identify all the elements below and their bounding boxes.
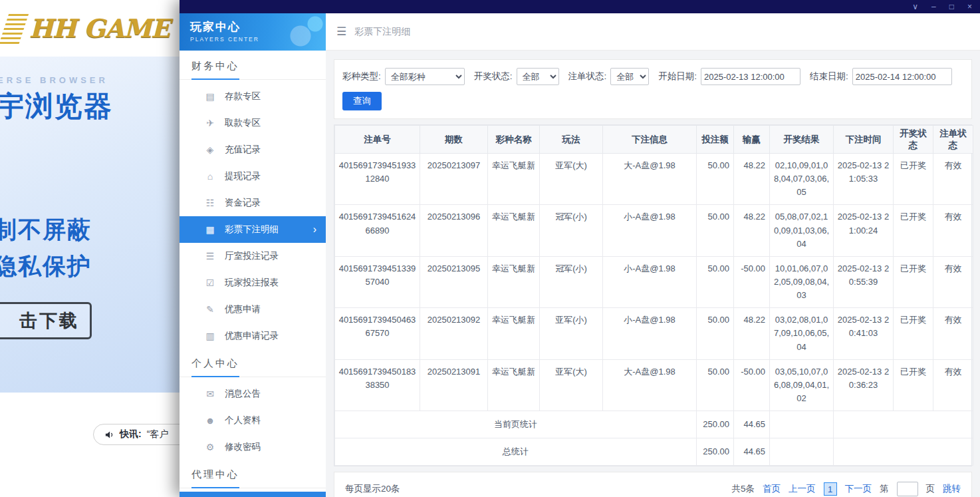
window-close-icon[interactable]: × [967, 3, 972, 11]
sidebar-item-label: 厅室投注记录 [225, 250, 279, 262]
sidebar-item[interactable]: ☷资金记录 [180, 190, 326, 216]
prev-page-link[interactable]: 上一页 [789, 483, 816, 495]
sidebar-item-label: 修改密码 [225, 441, 261, 453]
menu-icon[interactable]: ☰ [336, 25, 346, 39]
start-date-input[interactable] [701, 68, 800, 85]
lottery-type-select[interactable]: 全部彩种 [385, 68, 465, 85]
sidebar-item[interactable]: ☻个人资料 [180, 407, 326, 434]
main-panel: ☰ 彩票下注明细 彩种类型: 全部彩种 开奖状态: 全部 注单状态: [326, 13, 980, 497]
table-cell: 已开奖 [894, 154, 933, 205]
table-cell: 有效 [933, 308, 973, 359]
sidebar-item[interactable]: ▦彩票下注明细› [180, 216, 326, 243]
sidebar-item[interactable]: ⚙修改密码 [180, 434, 326, 460]
jump-page-input[interactable] [897, 482, 918, 496]
draw-status-select[interactable]: 全部 [517, 68, 559, 85]
column-header: 投注额 [697, 126, 734, 154]
filter-panel: 彩种类型: 全部彩种 开奖状态: 全部 注单状态: 全部 开始日期: [334, 59, 972, 119]
table-cell: 48.22 [734, 308, 770, 359]
page-size-text: 每页显示20条 [345, 483, 400, 495]
table-cell: 20250213095 [420, 256, 488, 307]
withdraw-record-icon: ⌂ [205, 171, 215, 182]
sidebar-item[interactable]: ✎优惠申请 [180, 296, 326, 323]
sidebar-nav: 财务中心▤存款专区✈取款专区◈充值记录⌂提现记录☷资金记录▦彩票下注明细›☰厅室… [180, 51, 326, 497]
table-cell: 50.00 [697, 256, 734, 307]
column-header: 注单号 [335, 126, 420, 154]
end-date-input[interactable] [852, 68, 952, 85]
summary-cell: 总统计 [335, 438, 697, 466]
table-cell: 2025-02-13 21:05:33 [834, 154, 894, 205]
window-maximize-icon[interactable]: □ [949, 3, 954, 11]
table-cell: 401569173945133957040 [335, 256, 420, 307]
sidebar-item[interactable]: ▤存款专区 [180, 83, 326, 110]
jump-suffix-label: 页 [926, 483, 935, 495]
table-cell: 有效 [933, 154, 973, 205]
sidebar: 玩家中心 PLAYERS CENTER 财务中心▤存款专区✈取款专区◈充值记录⌂… [180, 13, 326, 497]
first-page-link[interactable]: 首页 [763, 483, 781, 495]
table-header-row: 注单号期数彩种名称玩法下注信息投注额输赢开奖结果下注时间开奖状态注单状态 [335, 126, 973, 154]
summary-cell [834, 411, 973, 438]
order-status-select[interactable]: 全部 [610, 68, 649, 85]
sidebar-partial-item [180, 492, 326, 497]
screen: HH GAME ERSE BROWSER 宇浏览器 制不屏蔽 隐私保护 击下载 … [0, 0, 980, 497]
jump-button[interactable]: 跳转 [943, 483, 961, 495]
summary-row: 总统计250.0044.65 [335, 438, 973, 466]
table-row: 40156917394513395704020250213095幸运飞艇新冠军(… [335, 256, 973, 307]
table-cell: 20250213091 [420, 359, 488, 411]
deposit-icon: ▤ [205, 91, 215, 102]
sidebar-item[interactable]: ▥优惠申请记录 [180, 323, 326, 349]
sidebar-item[interactable]: ✉消息公告 [180, 381, 326, 407]
table-cell: 小-A盘@1.98 [603, 308, 697, 359]
table-cell: 20250213092 [420, 308, 488, 359]
table-cell: 401569173945162466890 [335, 205, 420, 256]
sidebar-item[interactable]: ☰厅室投注记录 [180, 243, 326, 269]
lottery-bets-icon: ▦ [205, 224, 215, 235]
table-cell: 幸运飞艇新 [488, 154, 540, 205]
column-header: 彩种名称 [488, 126, 540, 154]
sidebar-item-label: 提现记录 [225, 170, 261, 182]
news-text: “客户 [147, 428, 169, 440]
summary-cell: 250.00 [697, 411, 734, 438]
search-button[interactable]: 查询 [342, 92, 382, 110]
window-chevron-icon[interactable]: ∨ [912, 3, 918, 11]
current-page-button[interactable]: 1 [824, 482, 837, 496]
page-content: 彩种类型: 全部彩种 开奖状态: 全部 注单状态: 全部 开始日期: [326, 51, 980, 497]
total-count-text: 共5条 [731, 483, 755, 495]
sidebar-item-label: 优惠申请记录 [225, 330, 279, 342]
table-cell: 401569173945193312840 [335, 154, 420, 205]
table-cell: 亚军(小) [540, 308, 603, 359]
sidebar-item-label: 资金记录 [225, 197, 261, 209]
next-page-link[interactable]: 下一页 [845, 483, 872, 495]
sidebar-item-label: 取款专区 [225, 117, 261, 129]
table-cell: 有效 [933, 359, 973, 411]
window-titlebar: ∨ – □ × [180, 0, 980, 13]
sidebar-item-label: 玩家投注报表 [225, 277, 279, 289]
table-cell: -50.00 [734, 256, 770, 307]
table-cell: 50.00 [697, 359, 734, 411]
download-button[interactable]: 击下载 [0, 302, 92, 339]
sidebar-item[interactable]: ◈充值记录 [180, 136, 326, 163]
summary-cell [834, 438, 973, 466]
table-cell: 48.22 [734, 154, 770, 205]
page-title: 彩票下注明细 [354, 26, 410, 38]
table-cell: 20250213097 [420, 154, 488, 205]
sidebar-section-header-0: 财务中心 [180, 52, 326, 80]
table-cell: 03,05,10,07,06,08,09,04,01,02 [770, 359, 834, 411]
table-cell: 小-A盘@1.98 [603, 205, 697, 256]
table-cell: 幸运飞艇新 [488, 256, 540, 307]
table-cell: 2025-02-13 20:36:23 [834, 359, 894, 411]
sidebar-section-header-2: 代理中心 [180, 460, 326, 488]
promo-banner: ERSE BROWSER 宇浏览器 制不屏蔽 隐私保护 击下载 [0, 57, 180, 393]
sidebar-item[interactable]: ⌂提现记录 [180, 163, 326, 190]
table-row: 40156917394516246689020250213096幸运飞艇新冠军(… [335, 205, 973, 256]
sidebar-item[interactable]: ✈取款专区 [180, 110, 326, 136]
sidebar-section-header-1: 个人中心 [180, 349, 326, 377]
promo-apply-icon: ✎ [205, 304, 215, 315]
sidebar-item[interactable]: ☑玩家投注报表 [180, 269, 326, 296]
window-minimize-icon[interactable]: – [931, 3, 936, 11]
table-cell: 401569173945018338350 [335, 359, 420, 411]
table-row: 40156917394519331284020250213097幸运飞艇新亚军(… [335, 154, 973, 205]
table-cell: 05,08,07,02,10,09,01,03,06,04 [770, 205, 834, 256]
site-logo: HH GAME [0, 0, 186, 57]
withdraw-icon: ✈ [205, 118, 215, 128]
profile-icon: ☻ [205, 415, 215, 426]
